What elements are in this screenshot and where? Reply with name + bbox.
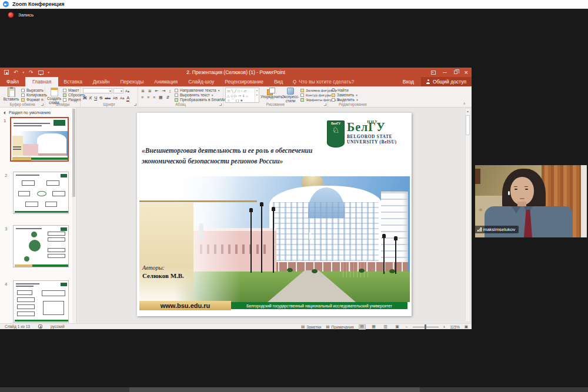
copy-icon	[21, 93, 25, 97]
select-button[interactable]: Выделить▾	[332, 98, 358, 102]
zoom-level[interactable]: 115%	[450, 325, 459, 329]
bush	[312, 269, 318, 273]
italic-button[interactable]: К	[89, 95, 92, 100]
restore-icon[interactable]	[454, 71, 457, 74]
change-case-button[interactable]: Аа	[120, 96, 124, 100]
tellme-label: Что вы хотите сделать?	[299, 79, 354, 85]
shapes-gallery[interactable]: ▭ ╲ ╱ □ ○ ▱ △ ◇ ▷ ⇒ ⇓ ⌂ ☆ ⌒ ( ) ★ ▴▾	[225, 88, 259, 103]
tab-slideshow[interactable]: Слайд-шоу	[183, 77, 219, 86]
signin-button[interactable]: Вход	[396, 77, 421, 86]
clipboard-dialog-launcher-icon[interactable]	[41, 103, 44, 106]
tab-transitions[interactable]: Переходы	[115, 77, 149, 86]
street-lamp	[395, 240, 396, 274]
tab-review[interactable]: Рецензирование	[219, 77, 269, 86]
fit-to-window-icon[interactable]: ▣	[465, 324, 468, 329]
paragraph-dialog-launcher-icon[interactable]	[219, 103, 222, 106]
tab-design[interactable]: Дизайн	[88, 77, 115, 86]
arrange-icon	[267, 88, 275, 95]
slide-thumbnail-panel: Раздел по умолчанию 1 2	[0, 108, 76, 323]
share-button[interactable]: Общий доступ	[421, 77, 472, 86]
font-name-select[interactable]	[83, 88, 112, 93]
paragraph-list-buttons[interactable]: ≣ ≣ ⇤ ⇥ ↨	[141, 89, 172, 93]
section-header[interactable]: Раздел по умолчанию	[4, 110, 51, 115]
qat-customize-icon[interactable]: ▾	[48, 71, 50, 74]
slide-scrollbar[interactable]: ▲	[465, 108, 470, 322]
underline-button[interactable]: Ч	[94, 95, 97, 100]
arrange-button[interactable]: Упорядочить	[260, 88, 280, 99]
slide-canvas[interactable]: «Внешнеторговая деятельность и ее роль в…	[137, 113, 412, 316]
slide-sorter-view-button[interactable]: ▦	[370, 324, 377, 330]
slide-thumbnail-4[interactable]	[13, 280, 69, 323]
drawing-dialog-launcher-icon[interactable]	[324, 103, 326, 106]
shapes-row2-icons: △ ◇ ▷ ⇒ ⇓ ⌂	[227, 93, 254, 98]
tab-insert[interactable]: Вставка	[58, 77, 88, 86]
ribbon-display-options-icon[interactable]	[431, 71, 436, 75]
minimize-icon[interactable]	[443, 72, 447, 73]
slideshow-icon[interactable]	[38, 71, 44, 75]
char-spacing-button[interactable]: АВ	[113, 96, 118, 100]
zoom-slider-handle[interactable]	[425, 324, 426, 329]
undo-icon[interactable]: ↶	[14, 70, 18, 75]
accessibility-icon[interactable]	[38, 324, 42, 329]
slide-scrollbar-thumb[interactable]	[466, 115, 470, 135]
clipboard-group-label: Буфер обмена	[0, 102, 45, 106]
bold-button[interactable]: Ж	[83, 95, 87, 100]
align-text-button[interactable]: Выровнять текст▾	[175, 93, 213, 97]
redo-icon[interactable]: ↷	[29, 70, 34, 75]
font-dialog-launcher-icon[interactable]	[134, 103, 136, 106]
smartart-button[interactable]: Преобразовать в SmartArt▾	[175, 98, 230, 102]
account-area: Вход Общий доступ	[396, 77, 472, 86]
clear-format-button[interactable]: abc	[105, 96, 111, 100]
strikethrough-button[interactable]: S	[99, 95, 102, 100]
thumb-number-2: 2	[5, 173, 7, 178]
cut-button[interactable]: Вырезать	[21, 88, 44, 92]
recording-label: Запись	[18, 12, 34, 18]
tab-view[interactable]: Вид	[269, 77, 288, 86]
find-button[interactable]: Найти	[332, 88, 349, 92]
logo-niu: НИУ	[367, 119, 378, 124]
layout-button[interactable]: Макет	[63, 88, 79, 92]
tab-home[interactable]: Главная	[25, 77, 58, 86]
scrollbar-up-icon[interactable]: ▲	[466, 109, 470, 114]
zoom-in-button[interactable]: +	[443, 325, 446, 329]
format-painter-button[interactable]: Формат по образцу	[21, 98, 44, 102]
grow-font-button[interactable]: А▴	[125, 89, 129, 93]
thumbnail-scrollbar-thumb[interactable]	[72, 109, 75, 197]
undo-dropdown-icon[interactable]: ▾	[23, 71, 25, 74]
notes-button[interactable]: ▤ Заметки	[301, 324, 321, 329]
participant-video-tile[interactable]: maksimselukov	[475, 165, 588, 237]
save-icon[interactable]	[4, 70, 9, 75]
close-icon[interactable]: ×	[465, 69, 468, 76]
font-size-select[interactable]	[113, 88, 123, 93]
slide-thumbnail-2[interactable]	[13, 172, 69, 214]
font-color-button[interactable]: А	[126, 96, 129, 102]
author-name: Селюков М.В.	[142, 272, 184, 279]
logo-line2: UNIVERSITY (BelSU)	[347, 139, 409, 145]
recording-dot-icon	[8, 12, 14, 18]
recording-indicator[interactable]: Запись	[8, 12, 34, 18]
tab-file[interactable]: Файл	[0, 77, 25, 86]
reading-view-button[interactable]: ▥	[382, 324, 389, 330]
zoom-slider[interactable]	[413, 327, 439, 327]
tellme-box[interactable]: Что вы хотите сделать?	[288, 77, 359, 86]
shapes-gallery-scrollbar[interactable]: ▴▾	[255, 88, 259, 102]
slideshow-view-button[interactable]: ▣	[394, 324, 401, 330]
ppt-titlebar: ↶ ▾ ↷ ▾ 2. Презентация (Селюков) (1) - P…	[0, 68, 472, 77]
collapse-ribbon-icon[interactable]: ∧	[463, 101, 466, 105]
slide-thumbnail-1[interactable]	[10, 117, 69, 162]
replace-button[interactable]: Заменить▾	[332, 93, 358, 97]
normal-view-button[interactable]: ▤	[359, 324, 366, 330]
slide-thumbnail-3[interactable]	[13, 225, 69, 267]
zoom-out-button[interactable]: −	[406, 325, 408, 329]
comments-button[interactable]: ▤ Примечания	[326, 324, 353, 329]
quick-styles-button[interactable]: Экспресс-стили	[281, 88, 300, 103]
paragraph-align-buttons[interactable]: ≡ ≡ ≡ ▦ ⇵	[141, 95, 171, 100]
language-indicator[interactable]: русский	[51, 324, 65, 329]
thumbnail-scrollbar[interactable]	[72, 108, 75, 323]
align-text-icon	[175, 93, 178, 97]
copy-button[interactable]: Копировать	[21, 93, 47, 97]
paste-button[interactable]: Вставить	[2, 88, 20, 101]
tab-animations[interactable]: Анимация	[149, 77, 183, 86]
section-button[interactable]: Раздел	[63, 98, 81, 102]
text-direction-button[interactable]: Направление текста▾	[175, 88, 219, 92]
